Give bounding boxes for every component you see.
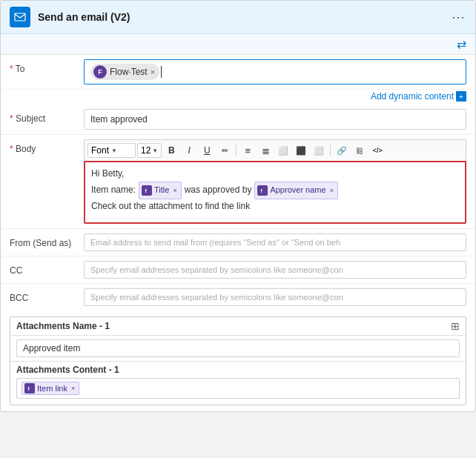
attachments-name-header: Attachments Name - 1 ⊞ (10, 317, 466, 336)
dynamic-content-label: Add dynamic content (371, 91, 454, 102)
approver-dynamic-token: f Approver name × (254, 182, 337, 199)
from-input[interactable]: Email address to send mail from (require… (84, 233, 466, 251)
numbered-list-button[interactable]: ≣ (257, 142, 274, 159)
bcc-row: BCC Specify email addresses separated by… (1, 284, 475, 311)
add-dynamic-content-link[interactable]: Add dynamic content + (371, 91, 466, 102)
font-selector[interactable]: Font ▼ (87, 143, 136, 158)
body-row: * Body Font ▼ 12 ▼ B I U ✏ (1, 135, 475, 229)
text-cursor (161, 66, 162, 78)
from-row: From (Send as) Email address to send mai… (1, 229, 475, 256)
body-item-name-prefix: Item name: (91, 182, 136, 199)
body-line-check: Check out the attachment to find the lin… (91, 199, 459, 213)
cc-input[interactable]: Specify email addresses separated by sem… (84, 261, 466, 279)
subject-required-star: * (10, 113, 13, 124)
title-token-remove[interactable]: × (173, 185, 176, 196)
code-button[interactable]: </> (369, 142, 386, 159)
font-dropdown-arrow: ▼ (111, 147, 117, 154)
cc-row: CC Specify email addresses separated by … (1, 256, 475, 284)
subject-input[interactable] (84, 109, 466, 130)
to-input-field[interactable]: F Flow·Test × (84, 59, 466, 84)
more-options-button[interactable]: ⋯ (452, 9, 466, 25)
to-row: * To F Flow·Test × (1, 55, 475, 90)
to-label: * To (10, 59, 84, 74)
align-right-button[interactable]: ⬜ (311, 142, 327, 159)
svg-rect-0 (15, 13, 25, 21)
item-link-token-remove[interactable]: × (71, 385, 75, 392)
body-approved-by-text: was approved by (185, 182, 252, 199)
email-action-header: Send an email (V2) ⋯ (1, 1, 475, 34)
attachments-content-field[interactable]: f Item link × (16, 378, 460, 399)
body-line-greeting: Hi Betty, (91, 167, 459, 180)
to-token-flowtest: F Flow·Test × (90, 64, 159, 80)
dynamic-content-plus-icon: + (456, 91, 466, 102)
toolbar-divider-2 (330, 145, 331, 156)
body-editor-area[interactable]: Hi Betty, Item name: f Title × was appro… (84, 161, 466, 224)
highlight-button[interactable]: ✏ (216, 142, 233, 159)
toolbar-divider-1 (236, 145, 237, 156)
cc-label: CC (10, 261, 84, 276)
attachments-content-title: Attachments Content - 1 (16, 365, 460, 375)
subject-label: * Subject (10, 109, 84, 124)
to-required-star: * (10, 64, 13, 74)
bcc-label: BCC (10, 288, 84, 303)
bold-button[interactable]: B (163, 142, 179, 159)
link-button[interactable]: 🔗 (334, 142, 350, 159)
dynamic-content-row: Add dynamic content + (1, 90, 475, 104)
body-required-star: * (10, 144, 13, 154)
form-body: * To F Flow·Test × Add dynamic content +… (1, 55, 475, 311)
subject-row: * Subject (1, 104, 475, 135)
unlink-button[interactable]: ⛓ (351, 142, 368, 159)
bcc-input[interactable]: Specify email addresses separated by sem… (84, 288, 466, 306)
title-dynamic-token: f Title × (139, 182, 182, 199)
token-avatar: F (93, 65, 107, 79)
token-label: Flow·Test (110, 67, 148, 77)
title-token-label: Title (154, 183, 169, 198)
approver-token-icon: f (257, 185, 268, 196)
align-left-button[interactable]: ⬜ (275, 142, 291, 159)
attachments-section: Attachments Name - 1 ⊞ Attachments Conte… (10, 316, 466, 405)
attachments-content-section: Attachments Content - 1 f Item link × (10, 362, 466, 405)
attachments-name-title: Attachments Name - 1 (16, 321, 110, 331)
email-icon (10, 7, 30, 27)
body-editor-wrap: Font ▼ 12 ▼ B I U ✏ ≡ ≣ ⬜ ⬛ ⬜ (84, 139, 466, 224)
swap-row: ⇄ (1, 34, 475, 55)
attachments-name-field (10, 336, 466, 362)
item-link-token-icon: f (24, 383, 35, 394)
body-line-item-name: Item name: f Title × was approved by f (91, 182, 459, 199)
swap-icon[interactable]: ⇄ (457, 37, 466, 51)
header-title: Send an email (V2) (38, 11, 452, 23)
font-size-label: 12 (141, 145, 151, 156)
approver-token-label: Approver name (270, 183, 325, 198)
align-center-button[interactable]: ⬛ (293, 142, 309, 159)
font-label: Font (91, 145, 109, 156)
underline-button[interactable]: U (199, 142, 215, 159)
body-label: * Body (10, 139, 84, 154)
item-link-token-label: Item link (37, 384, 67, 393)
from-label: From (Send as) (10, 233, 84, 248)
attachments-name-input[interactable] (16, 339, 460, 357)
approver-token-remove[interactable]: × (330, 185, 334, 196)
font-size-arrow: ▼ (152, 147, 158, 154)
bullet-list-button[interactable]: ≡ (239, 142, 256, 159)
font-size-selector[interactable]: 12 ▼ (137, 143, 162, 158)
body-toolbar: Font ▼ 12 ▼ B I U ✏ ≡ ≣ ⬜ ⬛ ⬜ (84, 139, 466, 161)
attachments-copy-icon[interactable]: ⊞ (451, 320, 460, 332)
italic-button[interactable]: I (181, 142, 197, 159)
item-link-dynamic-token: f Item link × (22, 382, 79, 395)
token-remove-button[interactable]: × (151, 67, 155, 76)
title-token-icon: f (142, 185, 152, 196)
